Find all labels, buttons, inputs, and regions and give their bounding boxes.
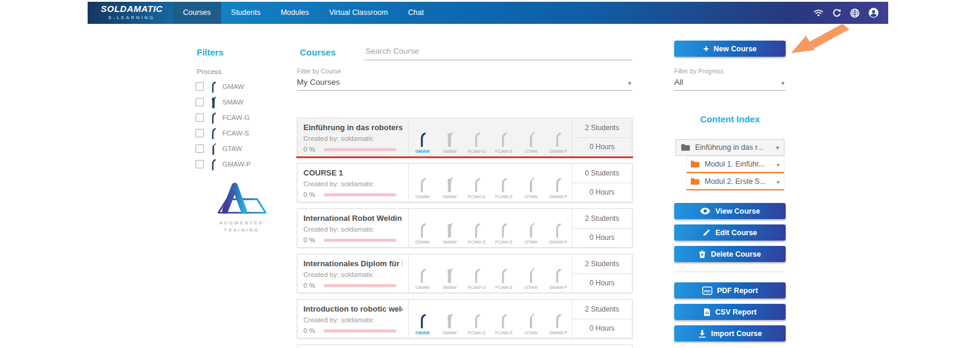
delete-course-button[interactable]: Delete Course bbox=[674, 246, 786, 262]
process-label: GTAW bbox=[525, 149, 538, 154]
process-label: FCAW-G bbox=[468, 194, 486, 199]
nav-icon-group bbox=[814, 2, 879, 24]
new-course-label: New Course bbox=[714, 45, 756, 53]
gtaw-torch-icon bbox=[526, 267, 536, 284]
nav-tab-chat[interactable]: Chat bbox=[398, 2, 434, 24]
csv-report-button[interactable]: CSV Report bbox=[674, 304, 786, 320]
filter-item-gtaw[interactable]: GTAW bbox=[196, 141, 251, 156]
content-index-module-2[interactable]: Modul 2. Erste S... ▸ bbox=[686, 173, 784, 190]
pdf-icon: PDF bbox=[702, 287, 712, 295]
chevron-down-icon: ▾ bbox=[776, 144, 779, 152]
nav-tab-courses[interactable]: Courses bbox=[173, 2, 221, 24]
filter-item-fcaw-s[interactable]: FCAW-S bbox=[196, 125, 251, 141]
process-label: FCAW-S bbox=[495, 149, 513, 154]
chevron-down-icon[interactable]: ▾ bbox=[628, 79, 631, 87]
process-label: SMAW bbox=[443, 330, 457, 335]
filter-item-gmaw-p[interactable]: GMAW-P bbox=[196, 156, 251, 172]
course-created-by: Created by: soldamatic bbox=[303, 316, 402, 324]
filter-by-course-label: Filter by Course bbox=[297, 67, 632, 75]
folder-icon bbox=[690, 161, 700, 168]
logo-subtext: E-LEARNING bbox=[101, 16, 163, 20]
globe-icon[interactable] bbox=[850, 8, 860, 18]
process-fcaw-g: FCAW-G bbox=[463, 254, 491, 292]
process-fcaw-g: FCAW-G bbox=[463, 209, 491, 247]
course-card-partial[interactable] bbox=[297, 344, 632, 348]
process-label: GTAW bbox=[525, 330, 538, 335]
delete-course-label: Delete Course bbox=[711, 250, 761, 258]
course-stats: 2 Students 0 Hours bbox=[572, 300, 632, 338]
fcaw-s-torch-icon bbox=[498, 267, 509, 284]
gmaw-torch-icon bbox=[417, 131, 428, 147]
nav-tab-students[interactable]: Students bbox=[221, 2, 271, 24]
content-root-label: Einführung in das r... bbox=[695, 143, 776, 152]
pdf-report-button[interactable]: PDF PDF Report bbox=[674, 282, 786, 298]
filter-by-progress-select[interactable]: Filter by Progress All ▾ bbox=[674, 67, 786, 91]
progress-bar bbox=[324, 193, 396, 196]
refresh-icon[interactable] bbox=[832, 8, 841, 17]
search-input[interactable] bbox=[364, 44, 632, 60]
nav-tab-virtual-classroom[interactable]: Virtual Classroom bbox=[319, 2, 398, 24]
filter-item-smaw[interactable]: SMAW bbox=[196, 94, 251, 110]
process-label: SMAW bbox=[443, 285, 457, 290]
process-fcaw-s: FCAW-S bbox=[491, 164, 518, 202]
courses-title: Courses bbox=[300, 47, 336, 57]
gmaw-p-torch-icon bbox=[553, 313, 563, 329]
course-info: COURSE 1 Created by: soldamatic 0 % bbox=[297, 164, 408, 202]
gtaw-torch-icon bbox=[526, 222, 536, 238]
fcaw-g-checkbox[interactable] bbox=[196, 113, 204, 122]
process-icons: GMAW SMAW FCAW-G FCAW-S GTAW GMAW-P bbox=[408, 118, 572, 156]
nav-tab-modules[interactable]: Modules bbox=[271, 2, 319, 24]
process-gmaw-p: GMAW-P bbox=[545, 209, 572, 247]
filters-title: Filters bbox=[197, 47, 224, 57]
course-card[interactable]: Introduction to robotic weldin... Create… bbox=[297, 299, 632, 338]
filter-by-course-select[interactable]: Filter by Course My Courses ▾ bbox=[297, 67, 632, 91]
students-count: 2 Students bbox=[572, 209, 632, 228]
chevron-down-icon[interactable]: ▾ bbox=[781, 79, 784, 87]
soldamatic-logo: SOLDAMATIC E-LEARNING bbox=[101, 4, 163, 20]
course-card[interactable]: Einführung in das robotersch... Created … bbox=[297, 118, 632, 157]
course-card[interactable]: International Robot Welding B... Created… bbox=[297, 208, 632, 248]
process-fcaw-s: FCAW-S bbox=[491, 254, 518, 292]
wifi-icon[interactable] bbox=[814, 9, 823, 17]
gtaw-checkbox[interactable] bbox=[196, 144, 204, 153]
nav-tabs: Courses Students Modules Virtual Classro… bbox=[173, 2, 434, 24]
course-stats: 2 Students 0 Hours bbox=[572, 254, 632, 292]
course-card[interactable]: Internationales Diplom für Rob... Create… bbox=[297, 254, 632, 293]
edit-course-button[interactable]: Edit Course bbox=[674, 224, 786, 241]
account-icon[interactable] bbox=[869, 8, 879, 18]
process-gtaw: GTAW bbox=[517, 254, 545, 292]
fcaw-g-torch-icon bbox=[209, 112, 218, 124]
process-gmaw-p: GMAW-P bbox=[545, 300, 572, 338]
filter-label: GTAW bbox=[222, 145, 242, 152]
filter-item-fcaw-g[interactable]: FCAW-G bbox=[196, 110, 251, 125]
gtaw-torch-icon bbox=[209, 143, 218, 155]
course-info: International Robot Welding B... Created… bbox=[297, 209, 408, 247]
progress-bar bbox=[324, 284, 396, 287]
filter-by-progress-value: All bbox=[674, 78, 786, 87]
process-label: FCAW-S bbox=[495, 239, 513, 245]
process-label: GMAW-P bbox=[549, 330, 567, 335]
course-list: Einführung in das robotersch... Created … bbox=[297, 118, 632, 348]
process-label: GTAW bbox=[525, 239, 538, 245]
smaw-electrode-icon bbox=[444, 222, 455, 238]
process-label: FCAW-S bbox=[495, 285, 513, 290]
course-card[interactable]: COURSE 1 Created by: soldamatic 0 % GMAW… bbox=[297, 163, 632, 202]
gtaw-torch-icon bbox=[526, 177, 536, 193]
smaw-checkbox[interactable] bbox=[196, 98, 204, 106]
gmaw-p-torch-icon bbox=[553, 177, 563, 193]
import-course-button[interactable]: Import Course bbox=[674, 325, 786, 341]
gmaw-p-checkbox[interactable] bbox=[196, 160, 204, 168]
content-index-root[interactable]: Einführung in das r... ▾ bbox=[675, 139, 784, 156]
course-progress: 0 % bbox=[303, 327, 402, 334]
view-course-button[interactable]: View Course bbox=[674, 203, 786, 219]
filter-item-gmaw[interactable]: GMAW bbox=[196, 79, 251, 94]
hours-count: 0 Hours bbox=[572, 183, 632, 202]
filter-label: GMAW bbox=[222, 83, 244, 90]
process-gmaw: GMAW bbox=[409, 209, 436, 247]
gmaw-checkbox[interactable] bbox=[196, 82, 204, 91]
new-course-button[interactable]: + New Course bbox=[674, 41, 786, 57]
content-index-module-1[interactable]: Modul 1. Einführ... ▸ bbox=[686, 156, 784, 173]
process-gmaw: GMAW bbox=[409, 254, 436, 292]
fcaw-s-checkbox[interactable] bbox=[196, 129, 204, 137]
process-label: FCAW-G bbox=[468, 239, 486, 245]
